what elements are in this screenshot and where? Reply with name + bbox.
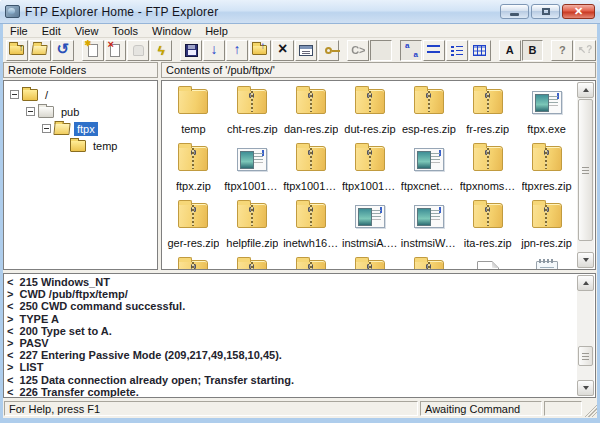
toolbar-icon: ? (559, 45, 566, 56)
scroll-thumb[interactable] (578, 346, 593, 366)
toolbar-button[interactable]: × (272, 40, 294, 61)
file-item[interactable]: helpfile.zip (223, 197, 282, 254)
toolbar-button[interactable] (29, 40, 51, 61)
toolbar-button[interactable] (544, 40, 550, 61)
toolbar-button[interactable] (423, 40, 445, 61)
toolbar-button[interactable] (295, 40, 317, 61)
toolbar-icon (32, 45, 48, 55)
app-icon (5, 5, 20, 18)
toolbar-button[interactable] (492, 40, 498, 61)
file-item[interactable] (282, 254, 341, 269)
file-item[interactable] (399, 254, 458, 269)
toolbar-button[interactable] (400, 40, 422, 61)
file-item[interactable]: ftpx.zip (164, 140, 223, 197)
file-item[interactable]: instmsiA.exe (341, 197, 400, 254)
toolbar-icon (9, 45, 24, 55)
toolbar-button[interactable]: ϟ (150, 40, 172, 61)
log-lines: < 215 Windows_NT> CWD /pub/ftpx/temp/< 2… (7, 276, 575, 398)
file-item[interactable] (223, 254, 282, 269)
file-item[interactable]: ita-res.zip (458, 197, 517, 254)
file-item[interactable] (164, 254, 223, 269)
file-item[interactable]: ftpx10010_... (341, 140, 400, 197)
toolbar-button[interactable]: B (522, 40, 544, 61)
contents-panel[interactable]: temp cht-res.zip dan-res.zip dut-res.zip… (161, 80, 596, 270)
toolbar-button[interactable] (75, 40, 81, 61)
file-item[interactable]: ftpxnomsi.zip (458, 140, 517, 197)
file-item[interactable]: ftpx10010.exe (223, 140, 282, 197)
toolbar-button[interactable]: ? (551, 40, 573, 61)
ftp-log-panel[interactable]: < 215 Windows_NT> CWD /pub/ftpx/temp/< 2… (3, 273, 596, 398)
maximize-button[interactable] (531, 4, 560, 19)
title-bar[interactable]: FTP Explorer Home - FTP Explorer ✕ (0, 0, 600, 24)
file-item[interactable]: temp (164, 83, 223, 140)
tree-item[interactable]: pub (4, 103, 157, 120)
tree-item-label[interactable]: temp (90, 139, 120, 153)
file-item[interactable]: fr-res.zip (458, 83, 517, 140)
file-item[interactable]: ftpxcnet.exe (399, 140, 458, 197)
file-item[interactable]: ftpx.exe (517, 83, 576, 140)
file-item[interactable] (458, 254, 517, 269)
scroll-thumb[interactable] (578, 99, 593, 241)
file-item[interactable]: cht-res.zip (223, 83, 282, 140)
scroll-down-icon[interactable] (577, 380, 594, 396)
file-name: dan-res.zip (284, 123, 338, 135)
remote-folders-tree[interactable]: / pub ftpx temp (3, 80, 158, 270)
file-item[interactable] (341, 254, 400, 269)
scroll-up-icon[interactable] (577, 275, 594, 291)
toolbar-button[interactable] (318, 40, 340, 61)
tree-item[interactable]: temp (4, 137, 157, 154)
toolbar-button[interactable] (180, 40, 202, 61)
files-scrollbar[interactable] (577, 82, 594, 268)
toolbar-button[interactable] (370, 40, 392, 61)
file-item[interactable]: inetwh16.zip (282, 197, 341, 254)
menu-item[interactable]: Edit (35, 24, 68, 37)
file-item[interactable]: dut-res.zip (341, 83, 400, 140)
file-item[interactable]: instmsiW.exe (399, 197, 458, 254)
resize-grip[interactable] (584, 404, 597, 417)
toolbar-button[interactable]: ↺ (52, 40, 74, 61)
file-item[interactable]: ftpxres.zip (517, 140, 576, 197)
menu-item[interactable]: Tools (105, 24, 145, 37)
menu-item[interactable]: Help (198, 24, 235, 37)
toolbar-button[interactable] (127, 40, 149, 61)
tree-expander-icon[interactable] (42, 124, 51, 133)
toolbar-button[interactable] (105, 40, 127, 61)
menu-item[interactable]: View (68, 24, 106, 37)
tree-item-label[interactable]: / (42, 88, 51, 102)
file-item[interactable]: ftpx10010.zip (282, 140, 341, 197)
file-item[interactable]: esp-res.zip (399, 83, 458, 140)
close-button[interactable]: ✕ (562, 4, 595, 19)
tree-item-label[interactable]: pub (58, 105, 82, 119)
toolbar-button[interactable]: A (499, 40, 521, 61)
menu-item[interactable]: File (3, 24, 35, 37)
toolbar-button[interactable] (446, 40, 468, 61)
minimize-button[interactable] (500, 4, 529, 19)
menu-item[interactable]: Window (145, 24, 198, 37)
log-scrollbar[interactable] (577, 275, 594, 396)
toolbar-button[interactable]: ↑ (226, 40, 248, 61)
file-item[interactable] (517, 254, 576, 269)
toolbar-button[interactable] (340, 40, 346, 61)
file-icon (473, 146, 503, 171)
file-item[interactable]: ger-res.zip (164, 197, 223, 254)
tree-item-label[interactable]: ftpx (74, 122, 98, 136)
file-item[interactable]: jpn-res.zip (517, 197, 576, 254)
scroll-down-icon[interactable] (577, 252, 594, 268)
tree-expander-icon[interactable] (26, 107, 35, 116)
file-icon (296, 146, 326, 171)
window-title: FTP Explorer Home - FTP Explorer (25, 5, 218, 19)
toolbar-button[interactable] (469, 40, 491, 61)
toolbar-button[interactable] (393, 40, 399, 61)
tree-item[interactable]: ftpx (4, 120, 157, 137)
toolbar-button[interactable] (173, 40, 179, 61)
toolbar-button[interactable] (6, 40, 28, 61)
file-item[interactable]: dan-res.zip (282, 83, 341, 140)
toolbar-button[interactable] (82, 40, 104, 61)
toolbar-button[interactable]: ↖? (574, 40, 596, 61)
toolbar-button[interactable]: ↓ (203, 40, 225, 61)
toolbar-button[interactable] (249, 40, 271, 61)
tree-item[interactable]: / (4, 86, 157, 103)
tree-expander-icon[interactable] (10, 90, 19, 99)
scroll-up-icon[interactable] (577, 82, 594, 98)
toolbar-button[interactable]: C> (347, 40, 369, 61)
